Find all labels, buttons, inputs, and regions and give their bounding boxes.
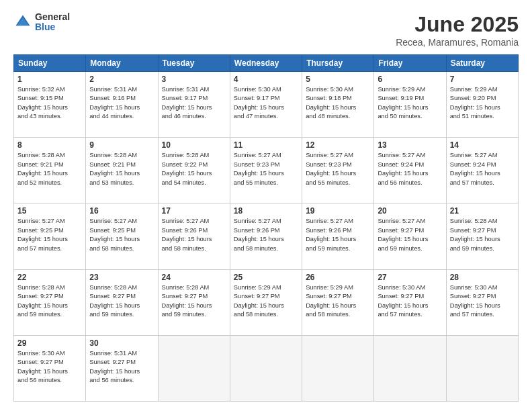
day-number: 19 [306,206,370,216]
logo-icon [13,13,32,32]
day-number: 2 [89,75,154,84]
day-info: Sunrise: 5:29 AM Sunset: 9:19 PM Dayligh… [378,85,442,122]
day-number: 5 [306,75,370,84]
calendar-cell: 21Sunrise: 5:28 AM Sunset: 9:27 PM Dayli… [446,203,518,269]
calendar-cell: 23Sunrise: 5:28 AM Sunset: 9:27 PM Dayli… [86,269,158,335]
calendar-week-5: 29Sunrise: 5:30 AM Sunset: 9:27 PM Dayli… [14,335,519,401]
day-number: 4 [234,75,298,84]
logo: General Blue [13,12,70,33]
calendar-cell [446,335,518,401]
day-info: Sunrise: 5:28 AM Sunset: 9:27 PM Dayligh… [17,283,82,320]
day-info: Sunrise: 5:31 AM Sunset: 9:16 PM Dayligh… [89,85,154,122]
day-number: 10 [162,140,226,150]
calendar-cell: 1Sunrise: 5:32 AM Sunset: 9:15 PM Daylig… [14,72,86,138]
calendar-cell: 8Sunrise: 5:28 AM Sunset: 9:21 PM Daylig… [14,138,86,203]
day-info: Sunrise: 5:27 AM Sunset: 9:23 PM Dayligh… [306,151,370,187]
header-sunday: Sunday [14,55,86,72]
calendar-cell [230,335,302,401]
day-info: Sunrise: 5:28 AM Sunset: 9:21 PM Dayligh… [17,151,82,187]
logo-general: General [35,12,70,22]
title-month: June 2025 [396,12,519,37]
calendar-cell: 27Sunrise: 5:30 AM Sunset: 9:27 PM Dayli… [374,269,446,335]
calendar-cell: 20Sunrise: 5:27 AM Sunset: 9:27 PM Dayli… [374,203,446,269]
day-info: Sunrise: 5:30 AM Sunset: 9:27 PM Dayligh… [450,283,515,320]
day-number: 14 [450,140,515,150]
day-info: Sunrise: 5:30 AM Sunset: 9:27 PM Dayligh… [17,349,82,385]
day-info: Sunrise: 5:27 AM Sunset: 9:26 PM Dayligh… [234,217,298,253]
day-number: 13 [378,140,442,150]
day-number: 23 [89,273,154,282]
page: General Blue June 2025 Recea, Maramures,… [0,0,532,411]
day-info: Sunrise: 5:27 AM Sunset: 9:24 PM Dayligh… [450,151,515,187]
day-number: 15 [17,206,82,216]
day-number: 26 [306,273,370,282]
day-info: Sunrise: 5:27 AM Sunset: 9:26 PM Dayligh… [162,217,226,253]
day-info: Sunrise: 5:30 AM Sunset: 9:17 PM Dayligh… [234,85,298,122]
calendar-cell: 13Sunrise: 5:27 AM Sunset: 9:24 PM Dayli… [374,138,446,203]
header-saturday: Saturday [446,55,518,72]
day-info: Sunrise: 5:28 AM Sunset: 9:21 PM Dayligh… [89,151,154,187]
day-number: 22 [17,273,82,282]
title-location: Recea, Maramures, Romania [396,37,519,48]
day-info: Sunrise: 5:31 AM Sunset: 9:17 PM Dayligh… [162,85,226,122]
calendar-cell: 12Sunrise: 5:27 AM Sunset: 9:23 PM Dayli… [302,138,374,203]
day-info: Sunrise: 5:29 AM Sunset: 9:27 PM Dayligh… [234,283,298,320]
day-number: 16 [89,206,154,216]
calendar-table: Sunday Monday Tuesday Wednesday Thursday… [13,54,519,402]
day-number: 6 [378,75,442,84]
day-info: Sunrise: 5:27 AM Sunset: 9:25 PM Dayligh… [17,217,82,253]
day-number: 28 [450,273,515,282]
day-info: Sunrise: 5:27 AM Sunset: 9:23 PM Dayligh… [234,151,298,187]
calendar-cell: 11Sunrise: 5:27 AM Sunset: 9:23 PM Dayli… [230,138,302,203]
day-info: Sunrise: 5:32 AM Sunset: 9:15 PM Dayligh… [17,85,82,122]
logo-text: General Blue [35,12,70,33]
header-thursday: Thursday [302,55,374,72]
calendar-cell: 30Sunrise: 5:31 AM Sunset: 9:27 PM Dayli… [86,335,158,401]
calendar-cell: 6Sunrise: 5:29 AM Sunset: 9:19 PM Daylig… [374,72,446,138]
day-number: 29 [17,338,82,348]
calendar-cell: 28Sunrise: 5:30 AM Sunset: 9:27 PM Dayli… [446,269,518,335]
day-info: Sunrise: 5:27 AM Sunset: 9:26 PM Dayligh… [306,217,370,253]
calendar-cell: 18Sunrise: 5:27 AM Sunset: 9:26 PM Dayli… [230,203,302,269]
header-wednesday: Wednesday [230,55,302,72]
header: General Blue June 2025 Recea, Maramures,… [13,12,519,48]
day-number: 3 [162,75,226,84]
calendar-cell: 29Sunrise: 5:30 AM Sunset: 9:27 PM Dayli… [14,335,86,401]
day-info: Sunrise: 5:29 AM Sunset: 9:20 PM Dayligh… [450,85,515,122]
calendar-cell: 22Sunrise: 5:28 AM Sunset: 9:27 PM Dayli… [14,269,86,335]
calendar-cell: 4Sunrise: 5:30 AM Sunset: 9:17 PM Daylig… [230,72,302,138]
day-info: Sunrise: 5:27 AM Sunset: 9:25 PM Dayligh… [89,217,154,253]
calendar-cell: 14Sunrise: 5:27 AM Sunset: 9:24 PM Dayli… [446,138,518,203]
day-info: Sunrise: 5:31 AM Sunset: 9:27 PM Dayligh… [89,349,154,385]
weekday-header-row: Sunday Monday Tuesday Wednesday Thursday… [14,55,519,72]
calendar-cell: 15Sunrise: 5:27 AM Sunset: 9:25 PM Dayli… [14,203,86,269]
logo-blue: Blue [35,22,70,32]
calendar-cell [302,335,374,401]
header-tuesday: Tuesday [158,55,230,72]
day-info: Sunrise: 5:28 AM Sunset: 9:22 PM Dayligh… [162,151,226,187]
day-number: 7 [450,75,515,84]
day-info: Sunrise: 5:28 AM Sunset: 9:27 PM Dayligh… [450,217,515,253]
calendar-week-2: 8Sunrise: 5:28 AM Sunset: 9:21 PM Daylig… [14,138,519,203]
day-number: 18 [234,206,298,216]
header-monday: Monday [86,55,158,72]
calendar-cell: 2Sunrise: 5:31 AM Sunset: 9:16 PM Daylig… [86,72,158,138]
calendar-week-3: 15Sunrise: 5:27 AM Sunset: 9:25 PM Dayli… [14,203,519,269]
day-number: 20 [378,206,442,216]
day-number: 11 [234,140,298,150]
calendar-week-1: 1Sunrise: 5:32 AM Sunset: 9:15 PM Daylig… [14,72,519,138]
day-number: 1 [17,75,82,84]
day-number: 8 [17,140,82,150]
calendar-cell: 16Sunrise: 5:27 AM Sunset: 9:25 PM Dayli… [86,203,158,269]
calendar-cell [158,335,230,401]
day-number: 9 [89,140,154,150]
day-info: Sunrise: 5:28 AM Sunset: 9:27 PM Dayligh… [89,283,154,320]
calendar-cell: 10Sunrise: 5:28 AM Sunset: 9:22 PM Dayli… [158,138,230,203]
calendar-cell: 25Sunrise: 5:29 AM Sunset: 9:27 PM Dayli… [230,269,302,335]
day-number: 25 [234,273,298,282]
day-number: 17 [162,206,226,216]
calendar-cell: 5Sunrise: 5:30 AM Sunset: 9:18 PM Daylig… [302,72,374,138]
day-number: 27 [378,273,442,282]
day-info: Sunrise: 5:28 AM Sunset: 9:27 PM Dayligh… [162,283,226,320]
calendar-cell: 9Sunrise: 5:28 AM Sunset: 9:21 PM Daylig… [86,138,158,203]
